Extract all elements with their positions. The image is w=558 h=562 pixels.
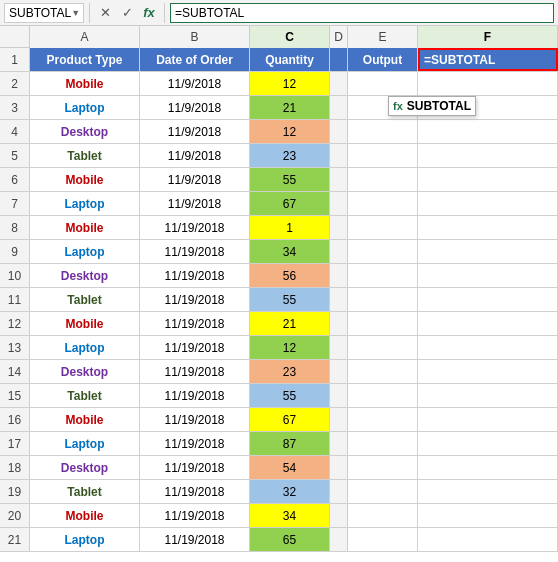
cell-quantity[interactable]: 67 xyxy=(250,408,330,431)
cell-date[interactable]: 11/9/2018 xyxy=(140,144,250,167)
cell-date[interactable]: 11/19/2018 xyxy=(140,336,250,359)
column-headers: A B C D E F xyxy=(0,26,558,48)
cell-quantity[interactable]: 67 xyxy=(250,192,330,215)
cell-date[interactable]: 11/19/2018 xyxy=(140,240,250,263)
cell-product-type[interactable]: Mobile xyxy=(30,408,140,431)
cell-quantity[interactable]: 12 xyxy=(250,336,330,359)
name-box[interactable]: SUBTOTAL ▼ xyxy=(4,3,84,23)
cell-d xyxy=(330,72,348,95)
cell-quantity[interactable]: 12 xyxy=(250,120,330,143)
col-header-e[interactable]: E xyxy=(348,26,418,48)
cell-date[interactable]: 11/9/2018 xyxy=(140,192,250,215)
header-product-type[interactable]: Product Type xyxy=(30,48,140,71)
cell-quantity[interactable]: 21 xyxy=(250,96,330,119)
cell-product-type[interactable]: Desktop xyxy=(30,360,140,383)
cell-d xyxy=(330,504,348,527)
cell-product-type[interactable]: Laptop xyxy=(30,240,140,263)
cell-date[interactable]: 11/19/2018 xyxy=(140,528,250,551)
cell-e xyxy=(348,216,418,239)
header-date-of-order[interactable]: Date of Order xyxy=(140,48,250,71)
cell-date[interactable]: 11/19/2018 xyxy=(140,288,250,311)
cell-date[interactable]: 11/19/2018 xyxy=(140,216,250,239)
cell-date[interactable]: 11/19/2018 xyxy=(140,408,250,431)
cell-date[interactable]: 11/19/2018 xyxy=(140,312,250,335)
cell-product-type[interactable]: Laptop xyxy=(30,96,140,119)
cell-product-type[interactable]: Laptop xyxy=(30,528,140,551)
cell-quantity[interactable]: 34 xyxy=(250,240,330,263)
cell-date[interactable]: 11/19/2018 xyxy=(140,384,250,407)
cell-product-type[interactable]: Laptop xyxy=(30,432,140,455)
row-num: 14 xyxy=(0,360,30,383)
cell-product-type[interactable]: Desktop xyxy=(30,120,140,143)
cell-date[interactable]: 11/19/2018 xyxy=(140,456,250,479)
col-header-c[interactable]: C xyxy=(250,26,330,48)
row-num: 6 xyxy=(0,168,30,191)
cell-d xyxy=(330,264,348,287)
cell-quantity[interactable]: 34 xyxy=(250,504,330,527)
header-output[interactable]: Output xyxy=(348,48,418,71)
cell-product-type[interactable]: Mobile xyxy=(30,504,140,527)
cell-quantity[interactable]: 23 xyxy=(250,144,330,167)
table-row: 9 Laptop 11/19/2018 34 xyxy=(0,240,558,264)
cell-product-type[interactable]: Laptop xyxy=(30,336,140,359)
cell-product-type[interactable]: Tablet xyxy=(30,480,140,503)
cell-date[interactable]: 11/19/2018 xyxy=(140,504,250,527)
cancel-button[interactable]: ✕ xyxy=(95,3,115,23)
cell-e xyxy=(348,264,418,287)
cell-quantity[interactable]: 55 xyxy=(250,168,330,191)
cell-product-type[interactable]: Laptop xyxy=(30,192,140,215)
function-button[interactable]: fx xyxy=(139,3,159,23)
cell-date[interactable]: 11/19/2018 xyxy=(140,264,250,287)
confirm-button[interactable]: ✓ xyxy=(117,3,137,23)
cell-date[interactable]: 11/9/2018 xyxy=(140,168,250,191)
table-row: 20 Mobile 11/19/2018 34 xyxy=(0,504,558,528)
header-formula[interactable]: =SUBTOTAL xyxy=(418,48,558,71)
cell-quantity[interactable]: 54 xyxy=(250,456,330,479)
cell-e xyxy=(348,360,418,383)
cell-quantity[interactable]: 23 xyxy=(250,360,330,383)
cell-quantity[interactable]: 55 xyxy=(250,288,330,311)
header-quantity[interactable]: Quantity xyxy=(250,48,330,71)
autocomplete-dropdown[interactable]: fx SUBTOTAL xyxy=(388,96,476,116)
cell-e xyxy=(348,528,418,551)
cell-product-type[interactable]: Mobile xyxy=(30,312,140,335)
row-num: 12 xyxy=(0,312,30,335)
formula-input[interactable]: =SUBTOTAL xyxy=(170,3,554,23)
row-num: 17 xyxy=(0,432,30,455)
cell-quantity[interactable]: 12 xyxy=(250,72,330,95)
cell-quantity[interactable]: 56 xyxy=(250,264,330,287)
cell-product-type[interactable]: Tablet xyxy=(30,288,140,311)
cell-quantity[interactable]: 21 xyxy=(250,312,330,335)
cell-quantity[interactable]: 65 xyxy=(250,528,330,551)
cell-date[interactable]: 11/9/2018 xyxy=(140,96,250,119)
cell-quantity[interactable]: 55 xyxy=(250,384,330,407)
cell-product-type[interactable]: Desktop xyxy=(30,264,140,287)
cell-date[interactable]: 11/9/2018 xyxy=(140,72,250,95)
cell-f xyxy=(418,144,558,167)
cell-product-type[interactable]: Desktop xyxy=(30,456,140,479)
col-header-f[interactable]: F xyxy=(418,26,558,48)
cell-e xyxy=(348,312,418,335)
cell-quantity[interactable]: 1 xyxy=(250,216,330,239)
cell-product-type[interactable]: Tablet xyxy=(30,384,140,407)
cell-product-type[interactable]: Mobile xyxy=(30,72,140,95)
cell-quantity[interactable]: 87 xyxy=(250,432,330,455)
col-header-b[interactable]: B xyxy=(140,26,250,48)
cell-date[interactable]: 11/19/2018 xyxy=(140,480,250,503)
cell-date[interactable]: 11/9/2018 xyxy=(140,120,250,143)
row-num: 20 xyxy=(0,504,30,527)
cell-f xyxy=(418,168,558,191)
cell-product-type[interactable]: Tablet xyxy=(30,144,140,167)
cell-date[interactable]: 11/19/2018 xyxy=(140,432,250,455)
cell-date[interactable]: 11/19/2018 xyxy=(140,360,250,383)
col-header-a[interactable]: A xyxy=(30,26,140,48)
col-header-d[interactable]: D xyxy=(330,26,348,48)
cell-e xyxy=(348,72,418,95)
table-row: 10 Desktop 11/19/2018 56 xyxy=(0,264,558,288)
cell-product-type[interactable]: Mobile xyxy=(30,216,140,239)
row-num: 11 xyxy=(0,288,30,311)
cell-quantity[interactable]: 32 xyxy=(250,480,330,503)
cell-f xyxy=(418,432,558,455)
cell-product-type[interactable]: Mobile xyxy=(30,168,140,191)
function-icon: fx xyxy=(143,5,155,20)
